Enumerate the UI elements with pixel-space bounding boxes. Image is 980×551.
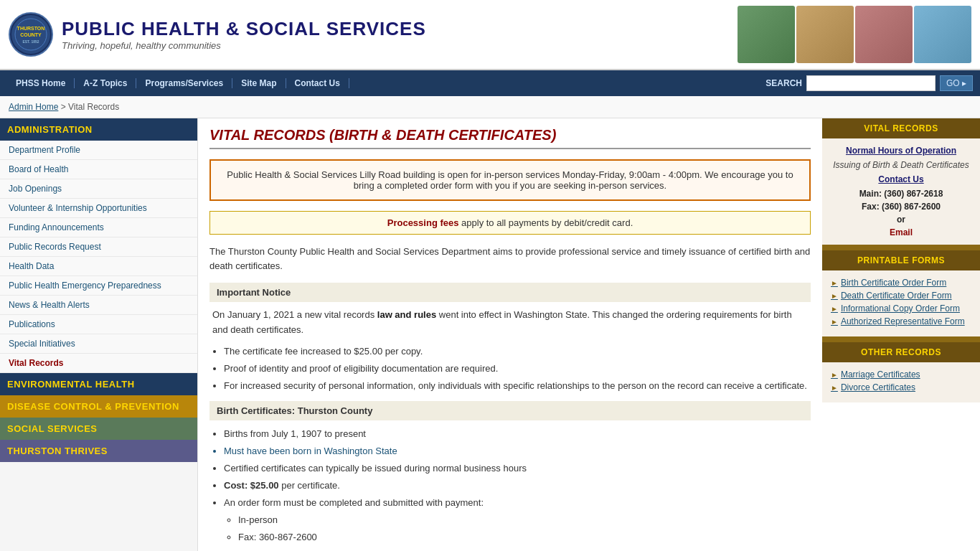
header-photo-3 bbox=[855, 6, 913, 63]
header-photos bbox=[738, 6, 971, 63]
processing-fee-strong: Processing fees bbox=[387, 217, 459, 228]
sidebar-item-news-alerts[interactable]: News & Health Alerts bbox=[0, 296, 197, 315]
main-phone: Main: (360) 867-2618 bbox=[831, 187, 971, 200]
contact-title: Contact Us bbox=[831, 174, 971, 184]
vital-records-email-link[interactable]: Email bbox=[831, 227, 971, 237]
form-birth-certificate[interactable]: ► Birth Certificate Order Form bbox=[831, 278, 971, 288]
header-photo-4 bbox=[914, 6, 971, 63]
birth-section-header: Birth Certificates: Thurston County bbox=[209, 401, 811, 420]
intro-text: The Thurston County Public Health and So… bbox=[209, 245, 811, 273]
notice-bullet-2: Proof of identity and proof of eligibili… bbox=[224, 361, 811, 377]
or-text: or bbox=[831, 213, 971, 226]
sidebar-item-board-health[interactable]: Board of Health bbox=[0, 160, 197, 179]
birth-bullet-5: An order form must be completed and subm… bbox=[224, 495, 811, 511]
birth-bullet-2: Must have been born in Washington State bbox=[224, 443, 811, 459]
sidebar: ADMINISTRATION Department Profile Board … bbox=[0, 118, 198, 551]
other-records-content: ► Marriage Certificates ► Divorce Certif… bbox=[822, 362, 980, 402]
form-informational-copy[interactable]: ► Informational Copy Order Form bbox=[831, 303, 971, 314]
important-notice-header: Important Notice bbox=[209, 283, 811, 302]
sidebar-item-publications[interactable]: Publications bbox=[0, 315, 197, 334]
sidebar-section-thurston[interactable]: THURSTON THRIVES bbox=[0, 440, 197, 462]
sidebar-item-health-data[interactable]: Health Data bbox=[0, 257, 197, 276]
breadcrumb-current: Vital Records bbox=[68, 102, 119, 112]
sidebar-item-emergency-prep[interactable]: Public Health Emergency Preparedness bbox=[0, 276, 197, 296]
site-header: THURSTON COUNTY EST. 1852 PUBLIC HEALTH … bbox=[0, 0, 980, 70]
svg-text:THURSTON: THURSTON bbox=[17, 26, 45, 31]
alert-text: Public Health & Social Services Lilly Ro… bbox=[227, 169, 793, 191]
svg-text:COUNTY: COUNTY bbox=[20, 32, 42, 37]
hours-desc: Issuing of Birth & Death Certificates bbox=[831, 160, 971, 170]
sidebar-item-vital-records[interactable]: Vital Records bbox=[0, 354, 197, 373]
processing-fee-box: Processing fees apply to all payments by… bbox=[209, 211, 811, 235]
hours-title: Normal Hours of Operation bbox=[831, 146, 971, 156]
nav-items: PHSS Home A-Z Topics Programs/Services S… bbox=[7, 78, 349, 88]
header-photo-2 bbox=[796, 6, 854, 63]
nav-az-topics[interactable]: A-Z Topics bbox=[75, 78, 136, 88]
main-navbar: PHSS Home A-Z Topics Programs/Services S… bbox=[0, 70, 980, 96]
breadcrumb: Admin Home > Vital Records bbox=[0, 96, 980, 118]
printable-forms-box: PRINTABLE FORMS ► Birth Certificate Orde… bbox=[822, 250, 980, 336]
arrow-icon-2: ► bbox=[831, 292, 838, 300]
sidebar-item-department-profile[interactable]: Department Profile bbox=[0, 141, 197, 160]
record-marriage[interactable]: ► Marriage Certificates bbox=[831, 369, 971, 380]
form-authorized-rep[interactable]: ► Authorized Representative Form bbox=[831, 316, 971, 326]
sidebar-item-volunteer[interactable]: Volunteer & Internship Opportunities bbox=[0, 199, 197, 218]
order-methods-list: In-person Fax: 360-867-2600 Email: vital… bbox=[238, 512, 811, 551]
notice-bullets-list: The certificate fee increased to $25.00 … bbox=[224, 344, 811, 394]
order-method-3: Email: vital_records@co.thurston.wa.us bbox=[238, 547, 811, 551]
right-sidebar: VITAL RECORDS Normal Hours of Operation … bbox=[822, 118, 980, 551]
arrow-icon-3: ► bbox=[831, 305, 838, 313]
sidebar-section-environmental[interactable]: ENVIRONMENTAL HEALTH bbox=[0, 373, 197, 395]
org-name-title: PUBLIC HEALTH & SOCIAL SERVICES bbox=[62, 18, 426, 40]
alert-box: Public Health & Social Services Lilly Ro… bbox=[209, 159, 811, 201]
sidebar-item-public-records[interactable]: Public Records Request bbox=[0, 237, 197, 257]
svg-text:EST. 1852: EST. 1852 bbox=[22, 39, 39, 44]
sidebar-item-funding[interactable]: Funding Announcements bbox=[0, 218, 197, 237]
vital-records-box: VITAL RECORDS Normal Hours of Operation … bbox=[822, 118, 980, 245]
search-input[interactable] bbox=[806, 75, 936, 91]
order-method-2: Fax: 360-867-2600 bbox=[238, 529, 811, 545]
breadcrumb-home[interactable]: Admin Home bbox=[9, 102, 58, 112]
processing-fee-text: apply to all payments by debit/credit ca… bbox=[458, 217, 633, 228]
fax-phone: Fax: (360) 867-2600 bbox=[831, 200, 971, 213]
org-logo: THURSTON COUNTY EST. 1852 bbox=[9, 12, 53, 57]
arrow-icon-1: ► bbox=[831, 279, 838, 287]
sidebar-section-administration[interactable]: ADMINISTRATION bbox=[0, 118, 197, 141]
org-tagline: Thriving, hopeful, healthy communities bbox=[62, 40, 426, 51]
other-records-title: OTHER RECORDS bbox=[822, 342, 980, 362]
printable-forms-title: PRINTABLE FORMS bbox=[822, 250, 980, 270]
sidebar-section-disease[interactable]: DISEASE CONTROL & PREVENTION bbox=[0, 395, 197, 418]
order-method-1: In-person bbox=[238, 512, 811, 528]
nav-contact-us[interactable]: Contact Us bbox=[286, 78, 349, 88]
birth-bullet-1: Births from July 1, 1907 to present bbox=[224, 426, 811, 442]
content-wrapper: VITAL RECORDS (BIRTH & DEATH CERTIFICATE… bbox=[198, 118, 980, 551]
org-name-area: PUBLIC HEALTH & SOCIAL SERVICES Thriving… bbox=[62, 18, 426, 51]
page-title: VITAL RECORDS (BIRTH & DEATH CERTIFICATE… bbox=[209, 127, 811, 149]
printable-forms-content: ► Birth Certificate Order Form ► Death C… bbox=[822, 270, 980, 336]
important-notice-text: On January 1, 2021 a new vital records l… bbox=[209, 308, 811, 338]
sidebar-section-social[interactable]: SOCIAL SERVICES bbox=[0, 418, 197, 440]
header-photo-1 bbox=[738, 6, 795, 63]
birth-bullet-4: Cost: $25.00 per certificate. bbox=[224, 478, 811, 494]
record-divorce[interactable]: ► Divorce Certificates bbox=[831, 382, 971, 392]
search-area: SEARCH GO ▸ bbox=[765, 75, 973, 91]
phone-info: Main: (360) 867-2618 Fax: (360) 867-2600… bbox=[831, 187, 971, 226]
notice-bullet-3: For increased security of personal infor… bbox=[224, 378, 811, 394]
birth-bullet-3: Certified certificates can typically be … bbox=[224, 461, 811, 476]
vital-records-box-content: Normal Hours of Operation Issuing of Bir… bbox=[822, 138, 980, 245]
sidebar-item-job-openings[interactable]: Job Openings bbox=[0, 179, 197, 199]
arrow-icon-6: ► bbox=[831, 384, 838, 392]
nav-phss-home[interactable]: PHSS Home bbox=[7, 78, 75, 88]
search-label: SEARCH bbox=[765, 78, 802, 88]
nav-programs-services[interactable]: Programs/Services bbox=[136, 78, 232, 88]
form-death-certificate[interactable]: ► Death Certificate Order Form bbox=[831, 291, 971, 301]
nav-site-map[interactable]: Site Map bbox=[232, 78, 286, 88]
arrow-icon-5: ► bbox=[831, 371, 838, 379]
sidebar-item-special-initiatives[interactable]: Special Initiatives bbox=[0, 334, 197, 354]
notice-bullet-1: The certificate fee increased to $25.00 … bbox=[224, 344, 811, 359]
box-divider-2 bbox=[822, 336, 980, 342]
arrow-icon-4: ► bbox=[831, 318, 838, 326]
logo-area: THURSTON COUNTY EST. 1852 PUBLIC HEALTH … bbox=[9, 12, 426, 57]
search-go-button[interactable]: GO ▸ bbox=[940, 75, 973, 91]
content-area: VITAL RECORDS (BIRTH & DEATH CERTIFICATE… bbox=[198, 118, 822, 551]
